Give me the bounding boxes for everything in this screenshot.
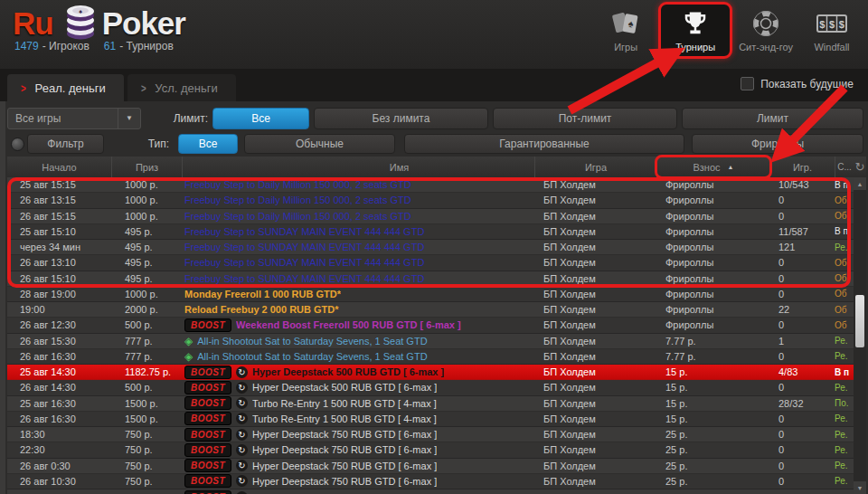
tournament-name: Freebuy Step to SUNDAY MAIN EVENT 444 44… (184, 273, 424, 284)
option-Гарантированные[interactable]: Гарантированные (404, 134, 684, 154)
cell-game: БП Холдем (534, 226, 656, 237)
cell-prize: 750 р. (111, 444, 182, 455)
reentry-icon: ↻ (236, 397, 248, 409)
tournament-name: Freebuy Step to Daily Million 150 000, 2… (184, 179, 411, 190)
nav-item-label: Игры (599, 42, 652, 52)
nav-item-Сит-энд-гоу[interactable]: Сит-энд-гоу (732, 2, 799, 59)
cell-game: БП Холдем (534, 211, 656, 222)
tab-Реал. деньги[interactable]: > Реал. деньги (7, 74, 124, 101)
nav-item-label: Турниры (669, 42, 722, 52)
table-row[interactable]: 26 авг 15:10 495 р. Freebuy Step to SUND… (7, 271, 854, 287)
column-header-fee[interactable]: Взнос ▲ (656, 157, 769, 177)
table-row[interactable]: 26 авг 15:30 777 р. ◈ All-in Shootout Sa… (7, 334, 854, 349)
cell-status: Ре. (835, 351, 854, 361)
nav-item-label: Сит-энд-гоу (739, 42, 793, 52)
games-dropdown[interactable]: Все игры ▼ (7, 108, 141, 129)
column-header-prize[interactable]: Приз (111, 157, 182, 177)
option-Все[interactable]: Все (212, 108, 309, 129)
cell-players: 0 (769, 351, 835, 362)
cell-fee: Фрироллы (656, 319, 769, 330)
type-filter-row: Фильтр Тип: ВсеОбычныеГарантированныеФри… (0, 134, 868, 154)
cell-start: 28 авг 19:00 (7, 289, 111, 299)
tournament-name: Turbo Re-Entry 1 500 RUB GTD [ 4-max ] (252, 413, 437, 424)
option-Фрироллы[interactable]: Фрироллы (692, 134, 863, 154)
table-row[interactable]: 19:00 2000 р. Reload Freebuy 2 000 RUB G… (7, 302, 854, 318)
table-scrollbar[interactable]: ▲ ▼ (854, 177, 866, 494)
cell-fee: Фрироллы (656, 289, 769, 299)
table-row[interactable]: 26 авг 14:30 500 р. BOOST ↻ Hyper Deepst… (7, 380, 854, 395)
tabs: > Реал. деньги > Усл. деньги (7, 74, 236, 101)
poker-chips-icon: ♠ (61, 2, 100, 45)
table-row[interactable]: BOOST ↻ (7, 489, 854, 494)
tournament-name: Freebuy Step to Daily Million 150 000, 2… (184, 195, 411, 205)
column-header-label: Начало (42, 162, 76, 173)
scrollbar-thumb[interactable] (855, 295, 864, 347)
nav-item-label: Windfall (806, 42, 858, 52)
option-Без лимита[interactable]: Без лимита (314, 108, 488, 129)
scroll-up-button[interactable]: ▲ (854, 177, 866, 190)
table-row[interactable]: 25 авг 16:30 1500 р. BOOST ↻ Turbo Re-En… (7, 396, 854, 412)
nav-item-Игры[interactable]: ♠ Игры (593, 2, 658, 59)
nav-item-Турниры[interactable]: Турниры (658, 2, 732, 59)
table-row[interactable]: 25 авг 15:15 1000 р. Freebuy Step to Dai… (7, 177, 854, 193)
column-header-name[interactable]: Имя (182, 157, 534, 177)
svg-text:$: $ (839, 19, 844, 30)
tournaments-panel: Все игры ▼ Лимит: ВсеБез лимитаПот-лимит… (0, 101, 868, 494)
cell-players: 10/543 (769, 179, 835, 190)
allin-icon: ◈ (184, 335, 193, 347)
refresh-icon[interactable]: ↻ (854, 157, 866, 177)
option-Пот-лимит[interactable]: Пот-лимит (493, 108, 677, 129)
table-row[interactable]: 26 авг 13:15 1000 р. Freebuy Step to Dai… (7, 193, 854, 208)
nav-item-Windfall[interactable]: $$$ Windfall (799, 2, 864, 59)
cell-prize: 495 р. (111, 226, 182, 237)
show-future-checkbox[interactable] (741, 77, 754, 90)
column-header-game[interactable]: Игра (534, 157, 656, 177)
table-row[interactable]: 22:30 750 р. BOOST ↻ Hyper Deepstack 750… (7, 442, 854, 458)
table-row[interactable]: 25 авг 15:10 495 р. Freebuy Step to SUND… (7, 224, 854, 240)
column-header-start[interactable]: Начало (7, 157, 111, 177)
show-future-toggle: Показать будущие (741, 77, 854, 90)
reentry-icon: ↻ (236, 413, 248, 424)
cell-name: Freebuy Step to SUNDAY MAIN EVENT 444 44… (182, 226, 534, 237)
scroll-down-button[interactable]: ▼ (854, 481, 866, 494)
cell-players: 0 (769, 319, 835, 330)
cell-prize: 777 р. (111, 336, 182, 347)
option-Лимит[interactable]: Лимит (682, 108, 863, 129)
cell-game: БП Холдем (534, 461, 656, 471)
table-row[interactable]: 18:30 750 р. BOOST ↻ Hyper Deepstack 750… (7, 427, 854, 442)
table-body: 25 авг 15:15 1000 р. Freebuy Step to Dai… (7, 177, 854, 494)
cell-prize: 1500 р. (111, 413, 182, 424)
tournament-name: Weekend Boost Freeroll 500 RUB GTD [ 6-m… (236, 319, 461, 330)
cell-game: БП Холдем (534, 382, 656, 393)
table-row[interactable]: 25 авг 14:30 1182.75 р. BOOST ↻ Hyper De… (7, 365, 854, 380)
cell-players: 1 (769, 336, 835, 347)
option-Все[interactable]: Все (178, 134, 238, 154)
app-logo: Ru ♠ Poker (13, 2, 185, 45)
option-Обычные[interactable]: Обычные (244, 134, 395, 154)
cell-prize: 500 р. (111, 382, 182, 393)
table-row[interactable]: 26 авг 16:30 1500 р. BOOST ↻ Turbo Re-En… (7, 412, 854, 427)
cell-players: 0 (769, 289, 835, 299)
tab-label: Усл. деньги (155, 81, 217, 95)
cell-game: БП Холдем (534, 195, 656, 205)
table-row[interactable]: 26 авг 16:30 777 р. ◈ All-in Shootout Sa… (7, 349, 854, 365)
cell-start: 26 авг 0:30 (7, 461, 111, 471)
table-row[interactable]: 26 авг 15:15 1000 р. Freebuy Step to Dai… (7, 209, 854, 224)
cell-status: Ре. (835, 242, 854, 252)
cell-players: 0 (769, 444, 835, 455)
boost-badge: BOOST (184, 490, 231, 494)
cell-fee: Фрироллы (656, 179, 769, 190)
column-header-status[interactable]: С... (835, 157, 854, 177)
table-row[interactable]: через 34 мин 495 р. Freebuy Step to SUND… (7, 240, 854, 255)
table-row[interactable]: 28 авг 19:00 1000 р. Monday Freeroll 1 0… (7, 287, 854, 302)
column-header-players[interactable]: Игр. (769, 157, 835, 177)
cell-game: БП Холдем (534, 179, 656, 190)
table-row[interactable]: 26 авг 10:30 750 р. BOOST ↻ Hyper Deepst… (7, 474, 854, 489)
table-row[interactable]: 26 авг 0:30 750 р. BOOST ↻ Hyper Deepsta… (7, 459, 854, 474)
filter-button[interactable]: Фильтр (27, 134, 104, 154)
cell-prize: 1500 р. (111, 398, 182, 409)
tab-Усл. деньги[interactable]: > Усл. деньги (127, 74, 236, 101)
cell-players: 0 (769, 429, 835, 440)
table-row[interactable]: 26 авг 12:30 500 р. BOOST Weekend Boost … (7, 318, 854, 333)
table-row[interactable]: 26 авг 13:10 495 р. Freebuy Step to SUND… (7, 255, 854, 271)
